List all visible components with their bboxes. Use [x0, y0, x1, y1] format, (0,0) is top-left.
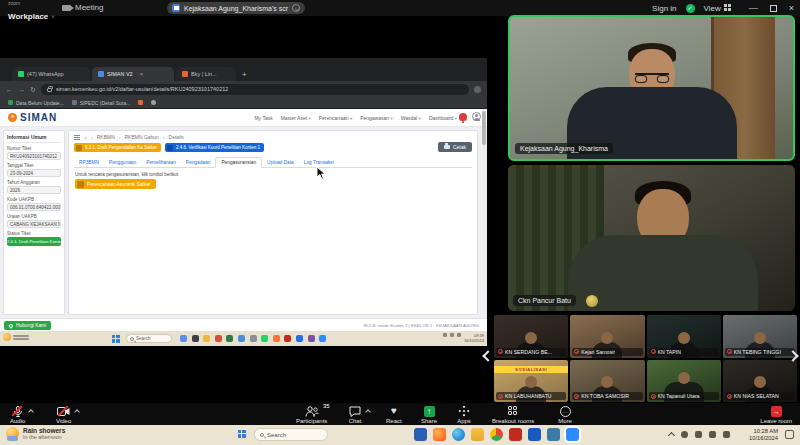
shared-weather-widget[interactable]	[3, 333, 29, 341]
app-icon[interactable]	[215, 335, 222, 342]
video-tile-gallery[interactable]: KN NIAS SELATAN	[723, 360, 797, 403]
breadcrumb-item[interactable]: RKBMN Gabun	[124, 134, 158, 140]
video-tile-gallery[interactable]: KN SERDANG BE...	[494, 315, 568, 358]
nav-perencanaan[interactable]: Perencanaan ▾	[319, 115, 352, 121]
shared-search-box[interactable]: Search	[126, 334, 172, 343]
file-explorer-icon[interactable]	[471, 428, 484, 441]
tab-upload-data[interactable]: Upload Data	[262, 158, 299, 167]
tab-pengasuransian[interactable]: Pengasuransian	[215, 157, 262, 168]
app-icon[interactable]	[308, 335, 315, 342]
audio-button[interactable]: Audio	[10, 405, 25, 424]
whatsapp-icon[interactable]	[261, 335, 268, 342]
cetak-button[interactable]: Cetak	[438, 142, 472, 152]
share-options-icon[interactable]	[292, 4, 300, 12]
browser-tab-whatsapp[interactable]: (47) WhatsApp	[12, 67, 90, 81]
chat-options-icon[interactable]	[365, 409, 371, 415]
apps-button[interactable]: Apps	[457, 405, 471, 424]
volume-icon[interactable]	[723, 431, 730, 438]
tab-rp3bmn[interactable]: RP3BMN	[74, 158, 104, 167]
participants-button[interactable]: 35 Participants	[296, 405, 327, 424]
react-button[interactable]: ♥ React	[386, 405, 402, 424]
breakout-rooms-button[interactable]: Breakout rooms	[492, 405, 534, 424]
nav-my-task[interactable]: My Task	[254, 115, 272, 121]
bookmark-item[interactable]: Data Belum Update...	[8, 100, 64, 106]
perencanaan-asuransi-button[interactable]: Perencanaan Asuransi Satker	[75, 179, 156, 189]
browser-tab-siman[interactable]: SIMAN V2 ×	[92, 67, 174, 81]
firefox-icon[interactable]	[433, 428, 446, 441]
notification-bell-icon[interactable]	[459, 113, 467, 121]
nav-dashboard[interactable]: Dashboard ▾	[429, 115, 457, 121]
video-tile-gallery[interactable]: SOSIALISASI KN LABUHANBATU	[494, 360, 568, 403]
user-profile-icon[interactable]	[472, 112, 481, 121]
field-value[interactable]: CABANG KEJAKSAAN NEGERI 1	[7, 220, 61, 228]
bookmark-item[interactable]: SIPEDC (Detail Sura...	[72, 100, 131, 106]
video-tile-gallery[interactable]: KN TOBA SAMOSIR	[570, 360, 644, 403]
video-button[interactable]: Video	[56, 405, 71, 424]
more-button[interactable]: … More	[558, 405, 572, 424]
video-tile-speaker[interactable]: Kejaksaan Agung_Kharisma	[508, 15, 795, 161]
hubungi-kami-button[interactable]: Hubungi Kami	[4, 321, 51, 330]
video-tile-second[interactable]: Ckn Pancur Batu	[508, 165, 795, 311]
zoom-workplace-menu[interactable]: zoom Workplace˅	[8, 1, 55, 22]
field-value[interactable]: RKU240923101740212	[7, 152, 61, 160]
field-value[interactable]: 006.01.0700.640422.000.KD	[7, 203, 61, 211]
video-tile-gallery[interactable]: KN Tapanuli Utara	[647, 360, 721, 403]
video-tile-gallery[interactable]: KN TAPIN	[647, 315, 721, 358]
zoom-icon[interactable]	[319, 335, 326, 342]
field-value[interactable]: 23-09-2024	[7, 169, 61, 177]
video-tile-gallery[interactable]: KN TEBING TINGGI	[723, 315, 797, 358]
extension-icon[interactable]	[474, 86, 481, 93]
view-button[interactable]: View	[704, 4, 732, 13]
bookmark-item[interactable]	[151, 100, 156, 105]
close-button[interactable]: ×	[789, 4, 794, 13]
tab-penggunaan[interactable]: Penggunaan	[104, 158, 141, 167]
shared-start-button[interactable]	[112, 335, 120, 343]
taskbar-clock[interactable]: 10:28 AM 10/16/2024	[749, 428, 778, 442]
close-tab-icon[interactable]: ×	[140, 71, 144, 77]
tab-pemeliharaan[interactable]: Pemeliharaan	[141, 158, 181, 167]
acrobat-icon[interactable]	[284, 335, 291, 342]
tab-pengadaan[interactable]: Pengadaan	[181, 158, 216, 167]
shared-clock[interactable]: 09:39 16/10/2024	[464, 333, 484, 343]
wifi-icon[interactable]	[709, 431, 716, 438]
app-icon[interactable]	[250, 335, 257, 342]
gallery-prev-icon[interactable]	[482, 350, 493, 361]
siman-logo[interactable]: * SIMAN	[8, 112, 57, 123]
teams-icon[interactable]	[414, 428, 427, 441]
notification-center-icon[interactable]	[785, 430, 794, 439]
field-value[interactable]: 2026	[7, 186, 61, 194]
home-icon[interactable]: ⌂	[84, 134, 87, 140]
reload-icon[interactable]: ↻	[30, 86, 36, 93]
taskbar-search-box[interactable]: Search	[254, 428, 328, 441]
nav-master-aset[interactable]: Master Aset ▾	[281, 115, 311, 121]
browser-scrollbar[interactable]	[482, 109, 486, 279]
chrome-icon[interactable]	[490, 428, 503, 441]
shared-system-tray[interactable]	[443, 333, 461, 337]
breadcrumb-item[interactable]: RKBMN	[97, 134, 115, 140]
acrobat-icon[interactable]	[509, 428, 522, 441]
app-icon[interactable]	[238, 335, 245, 342]
weather-widget[interactable]: Rain showers In the afternoon	[6, 427, 65, 440]
collapse-sidebar-icon[interactable]	[74, 135, 80, 140]
nav-pengawasan[interactable]: Pengawasan ▾	[360, 115, 393, 121]
chat-button[interactable]: Chat	[348, 405, 362, 424]
maximize-button[interactable]	[770, 5, 777, 12]
leave-room-button[interactable]: → Leave room	[760, 405, 792, 424]
share-button[interactable]: ↑ Share	[421, 405, 437, 424]
mic-tray-icon[interactable]	[695, 431, 702, 438]
app-icon[interactable]	[192, 335, 199, 342]
start-button[interactable]	[238, 430, 246, 438]
zoom-app-icon[interactable]	[566, 428, 579, 441]
video-options-icon[interactable]	[74, 409, 80, 415]
onedrive-icon[interactable]	[681, 431, 688, 438]
notebook-icon[interactable]	[547, 428, 560, 441]
new-tab-button[interactable]: +	[242, 70, 247, 79]
app-icon[interactable]	[180, 335, 187, 342]
forward-icon[interactable]: →	[18, 86, 25, 93]
browser-tab-other[interactable]: Bky | Lin...	[176, 67, 236, 81]
minimize-button[interactable]: —	[749, 4, 758, 13]
back-icon[interactable]: ←	[6, 86, 13, 93]
app-icon[interactable]	[296, 335, 303, 342]
video-tile-gallery[interactable]: Kejari Samosir	[570, 315, 644, 358]
shared-screen-pill[interactable]: Kejaksaan Agung_Kharisma's scr	[167, 2, 305, 14]
